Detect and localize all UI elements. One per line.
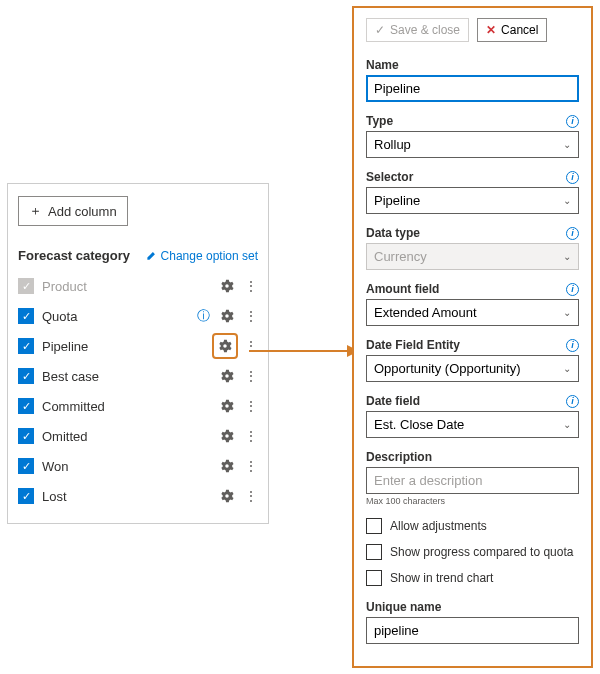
description-helper: Max 100 characters [366, 496, 579, 506]
name-field-block: Name [366, 58, 579, 102]
show-trend-row: Show in trend chart [366, 570, 579, 586]
chevron-down-icon: ⌄ [563, 139, 571, 150]
show-progress-checkbox[interactable] [366, 544, 382, 560]
checkbox-pipeline[interactable]: ✓ [18, 338, 34, 354]
row-label: Won [42, 459, 220, 474]
info-icon[interactable]: i [566, 339, 579, 352]
name-label: Name [366, 58, 399, 72]
info-icon[interactable]: i [566, 115, 579, 128]
unique-name-label: Unique name [366, 600, 441, 614]
info-icon[interactable]: i [566, 283, 579, 296]
save-close-button[interactable]: ✓ Save & close [366, 18, 469, 42]
row-label: Pipeline [42, 339, 216, 354]
row-label: Product [42, 279, 220, 294]
info-icon[interactable]: i [566, 395, 579, 408]
check-icon: ✓ [375, 23, 385, 37]
allow-adjustments-row: Allow adjustments [366, 518, 579, 534]
chevron-down-icon: ⌄ [563, 363, 571, 374]
more-icon[interactable]: ⋮ [244, 399, 258, 413]
row-pipeline: ✓ Pipeline ⋮ [18, 331, 258, 361]
columns-panel: ＋ Add column Forecast category Change op… [7, 183, 269, 524]
gear-icon[interactable] [220, 279, 234, 293]
more-icon[interactable]: ⋮ [244, 459, 258, 473]
checkbox-omitted[interactable]: ✓ [18, 428, 34, 444]
row-product: ✓ Product ⋮ [18, 271, 258, 301]
more-icon[interactable]: ⋮ [244, 429, 258, 443]
info-icon[interactable]: i [566, 227, 579, 240]
gear-icon[interactable] [220, 429, 234, 443]
type-field-block: Type i Rollup ⌄ [366, 114, 579, 158]
gear-icon-highlighted[interactable] [212, 333, 238, 359]
more-icon[interactable]: ⋮ [244, 279, 258, 293]
unique-name-field-block: Unique name [366, 600, 579, 644]
date-entity-label: Date Field Entity [366, 338, 460, 352]
change-option-set-label: Change option set [161, 249, 258, 263]
chevron-down-icon: ⌄ [563, 419, 571, 430]
panel-toolbar: ✓ Save & close ✕ Cancel [366, 18, 579, 42]
amount-field-select[interactable]: Extended Amount ⌄ [366, 299, 579, 326]
date-field-block: Date field i Est. Close Date ⌄ [366, 394, 579, 438]
cancel-label: Cancel [501, 23, 538, 37]
checkbox-won[interactable]: ✓ [18, 458, 34, 474]
date-field-label: Date field [366, 394, 420, 408]
gear-icon[interactable] [220, 309, 234, 323]
more-icon[interactable]: ⋮ [244, 489, 258, 503]
date-entity-select[interactable]: Opportunity (Opportunity) ⌄ [366, 355, 579, 382]
more-icon[interactable]: ⋮ [244, 309, 258, 323]
date-field-select[interactable]: Est. Close Date ⌄ [366, 411, 579, 438]
category-header: Forecast category Change option set [18, 248, 258, 263]
gear-icon[interactable] [220, 489, 234, 503]
amount-field-label: Amount field [366, 282, 439, 296]
row-committed: ✓ Committed ⋮ [18, 391, 258, 421]
data-type-select: Currency ⌄ [366, 243, 579, 270]
info-icon[interactable]: i [566, 171, 579, 184]
unique-name-input[interactable] [366, 617, 579, 644]
data-type-field-block: Data type i Currency ⌄ [366, 226, 579, 270]
amount-field-block: Amount field i Extended Amount ⌄ [366, 282, 579, 326]
type-select[interactable]: Rollup ⌄ [366, 131, 579, 158]
row-label: Omitted [42, 429, 220, 444]
show-trend-label: Show in trend chart [390, 571, 493, 585]
chevron-down-icon: ⌄ [563, 195, 571, 206]
checkbox-product: ✓ [18, 278, 34, 294]
selector-field-block: Selector i Pipeline ⌄ [366, 170, 579, 214]
description-input[interactable] [366, 467, 579, 494]
date-field-value: Est. Close Date [374, 417, 464, 432]
row-label: Committed [42, 399, 220, 414]
allow-adjustments-checkbox[interactable] [366, 518, 382, 534]
show-progress-label: Show progress compared to quota [390, 545, 573, 559]
cancel-button[interactable]: ✕ Cancel [477, 18, 547, 42]
type-label: Type [366, 114, 393, 128]
name-input[interactable] [366, 75, 579, 102]
checkbox-best-case[interactable]: ✓ [18, 368, 34, 384]
category-title: Forecast category [18, 248, 130, 263]
gear-icon[interactable] [220, 399, 234, 413]
selector-value: Pipeline [374, 193, 420, 208]
show-trend-checkbox[interactable] [366, 570, 382, 586]
close-icon: ✕ [486, 23, 496, 37]
row-best-case: ✓ Best case ⋮ [18, 361, 258, 391]
more-icon[interactable]: ⋮ [244, 369, 258, 383]
category-rows: ✓ Product ⋮ ✓ Quota ⓘ ⋮ ✓ Pipeline ⋮ [18, 271, 258, 511]
gear-icon[interactable] [220, 459, 234, 473]
gear-icon[interactable] [220, 369, 234, 383]
chevron-down-icon: ⌄ [563, 251, 571, 262]
add-column-label: Add column [48, 204, 117, 219]
add-column-button[interactable]: ＋ Add column [18, 196, 128, 226]
selector-select[interactable]: Pipeline ⌄ [366, 187, 579, 214]
row-lost: ✓ Lost ⋮ [18, 481, 258, 511]
show-progress-row: Show progress compared to quota [366, 544, 579, 560]
row-label: Best case [42, 369, 220, 384]
row-label: Quota [42, 309, 197, 324]
amount-field-value: Extended Amount [374, 305, 477, 320]
checkbox-lost[interactable]: ✓ [18, 488, 34, 504]
checkbox-committed[interactable]: ✓ [18, 398, 34, 414]
change-option-set-link[interactable]: Change option set [146, 249, 258, 263]
info-icon[interactable]: ⓘ [197, 307, 210, 325]
plus-icon: ＋ [29, 202, 42, 220]
row-omitted: ✓ Omitted ⋮ [18, 421, 258, 451]
date-entity-field-block: Date Field Entity i Opportunity (Opportu… [366, 338, 579, 382]
checkbox-quota[interactable]: ✓ [18, 308, 34, 324]
type-value: Rollup [374, 137, 411, 152]
save-close-label: Save & close [390, 23, 460, 37]
